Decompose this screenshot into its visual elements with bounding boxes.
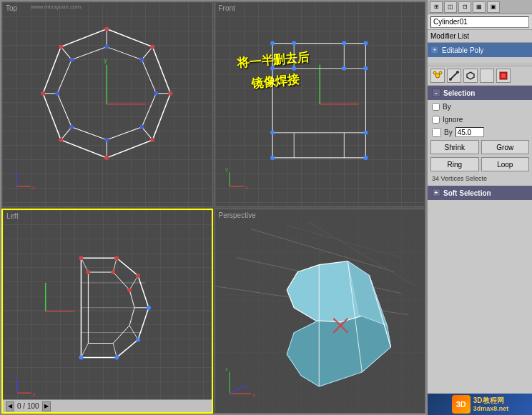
svg-marker-101 [287, 314, 390, 386]
svg-line-13 [61, 127, 72, 140]
shrink-grow-row: Shrink Grow [428, 139, 532, 156]
viewport-left[interactable]: Left [1, 209, 213, 414]
next-arrow[interactable]: ▶ [42, 401, 51, 411]
viewport-perspective[interactable]: Perspective [215, 209, 426, 414]
svg-text:y: y [245, 382, 248, 389]
top-viewport-content: x y [2, 2, 212, 206]
svg-text:z: z [12, 166, 15, 172]
svg-point-18 [168, 91, 172, 96]
ignore-checkbox[interactable] [432, 116, 440, 124]
svg-point-22 [41, 91, 45, 96]
toolbar-icon-2[interactable]: ◫ [444, 1, 457, 13]
svg-line-120 [450, 72, 458, 79]
toolbar-icon-4[interactable]: ▦ [473, 1, 486, 13]
modifier-list-label: Modifier List [428, 30, 532, 43]
svg-point-51 [270, 66, 275, 71]
poly-select-icon[interactable] [480, 69, 494, 83]
svg-point-86 [86, 270, 90, 274]
svg-point-29 [69, 125, 74, 129]
svg-point-30 [55, 91, 59, 96]
prev-arrow[interactable]: ◀ [6, 401, 14, 411]
svg-point-54 [363, 66, 368, 71]
svg-point-27 [139, 125, 144, 129]
svg-point-79 [79, 256, 83, 260]
modifier-item-editable-poly[interactable]: + Editable Poly [428, 43, 532, 57]
main-container: Top www.missyuan.com x y [0, 0, 532, 415]
selection-expand-icon[interactable]: - [432, 89, 440, 97]
svg-line-11 [142, 127, 152, 140]
svg-text:z: z [13, 372, 16, 379]
ring-button[interactable]: Ring [430, 157, 479, 171]
logo-text: 3D教程网 3dmax8.net [473, 396, 509, 413]
svg-point-53 [342, 66, 346, 71]
by-value-label: By [444, 129, 453, 136]
svg-point-47 [270, 41, 275, 46]
svg-point-55 [270, 131, 275, 135]
svg-point-49 [342, 41, 346, 46]
viewport-top-label: Top [6, 4, 17, 12]
object-name-input[interactable] [430, 16, 529, 28]
svg-point-87 [111, 270, 115, 274]
element-select-icon[interactable] [496, 69, 511, 83]
ignore-checkbox-row: Ignore [428, 113, 532, 126]
loop-button[interactable]: Loop [481, 157, 530, 171]
svg-point-26 [154, 91, 158, 96]
grow-button[interactable]: Grow [481, 140, 530, 154]
panel-toolbar: ⊞ ◫ ⊡ ▦ ▣ [428, 0, 532, 14]
svg-line-9 [142, 47, 152, 60]
viewport-left-label: Left [6, 212, 19, 220]
svg-point-48 [292, 41, 296, 46]
viewport-top[interactable]: Top www.missyuan.com x y [1, 1, 213, 207]
svg-point-118 [433, 71, 436, 74]
svg-point-17 [150, 45, 154, 49]
svg-point-31 [69, 58, 74, 62]
edge-select-icon[interactable] [447, 69, 461, 83]
by-value-checkbox[interactable] [432, 128, 441, 137]
bottom-status-bar: ◀ 0 / 100 ▶ [3, 399, 212, 412]
svg-line-67 [81, 258, 88, 272]
svg-line-15 [61, 47, 72, 60]
svg-point-88 [127, 287, 132, 291]
viewport-perspective-label: Perspective [219, 211, 256, 219]
shrink-button[interactable]: Shrink [430, 140, 479, 154]
svg-point-21 [59, 138, 63, 142]
svg-text:x: x [32, 184, 35, 191]
viewport-front[interactable]: Front 将一半删去后 镜像焊接 [215, 1, 426, 207]
selection-header: - Selection [428, 86, 532, 100]
right-panel: ⊞ ◫ ⊡ ▦ ▣ Modifier List + Editable Poly [427, 0, 532, 415]
svg-point-20 [104, 156, 109, 160]
svg-point-85 [147, 305, 151, 309]
svg-text:y: y [33, 391, 36, 397]
left-viewport-content: y z [3, 210, 212, 413]
svg-text:z: z [225, 365, 228, 371]
svg-point-122 [456, 71, 459, 74]
by-value-row: By [428, 126, 532, 139]
perspective-viewport-content: x z y [215, 209, 425, 414]
svg-point-19 [150, 138, 154, 142]
svg-point-57 [270, 156, 275, 160]
by-checkbox-row: By [428, 100, 532, 113]
ring-loop-row: Ring Loop [428, 156, 532, 173]
selection-label: Selection [443, 89, 475, 97]
object-name-field [428, 14, 532, 30]
modifier-expand-icon[interactable]: + [430, 46, 439, 54]
toolbar-icon-1[interactable]: ⊞ [430, 1, 443, 13]
svg-point-50 [363, 41, 368, 46]
by-checkbox[interactable] [432, 103, 440, 111]
svg-text:x: x [245, 184, 248, 191]
svg-line-73 [81, 343, 88, 357]
frame-counter: 0 / 100 [17, 402, 39, 410]
soft-selection-label: Soft Selection [443, 189, 491, 197]
spacer-1 [428, 57, 532, 63]
viewport-front-label: Front [219, 4, 235, 12]
toolbar-icon-5[interactable]: ▣ [487, 1, 500, 13]
toolbar-icon-3[interactable]: ⊡ [458, 1, 471, 13]
ignore-label: Ignore [443, 116, 463, 124]
selection-section: - Selection By Ignore By Shrink Grow [428, 86, 532, 394]
svg-line-72 [113, 343, 117, 357]
svg-point-81 [136, 274, 140, 278]
by-value-input[interactable] [455, 127, 484, 137]
soft-selection-expand-icon[interactable]: + [432, 189, 440, 197]
border-select-icon[interactable] [463, 69, 478, 83]
vertex-select-icon[interactable] [430, 69, 445, 83]
